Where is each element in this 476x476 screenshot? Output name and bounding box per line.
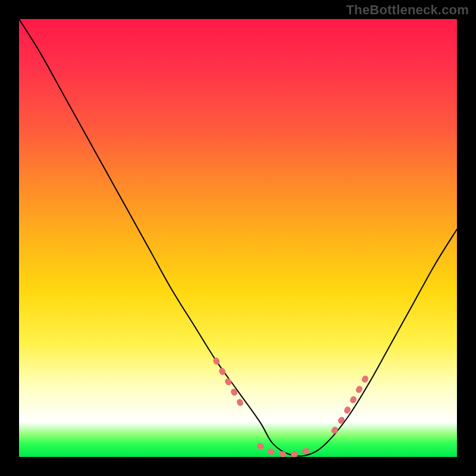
curve-layer xyxy=(19,19,457,457)
plot-area xyxy=(19,19,457,457)
bottleneck-curve xyxy=(19,19,457,456)
highlight-dots xyxy=(216,361,369,455)
chart-stage: TheBottleneck.com xyxy=(0,0,476,476)
watermark-text: TheBottleneck.com xyxy=(346,2,469,18)
